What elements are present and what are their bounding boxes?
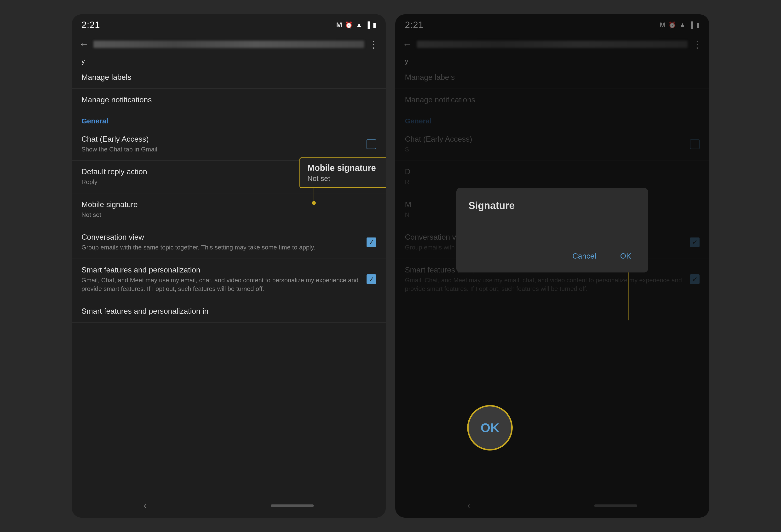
back-button-left[interactable]: ←: [79, 39, 89, 50]
cancel-button[interactable]: Cancel: [568, 249, 601, 263]
manage-notifications-item-left[interactable]: Manage notifications: [72, 89, 386, 111]
manage-notifications-title-left: Manage notifications: [81, 95, 376, 104]
page-subtitle-left: y: [72, 55, 386, 66]
callout-arrow-svg-left: [299, 188, 386, 207]
settings-list-left: Manage labels Manage notifications Gener…: [72, 66, 386, 494]
conversation-view-subtitle-left: Group emails with the same topic togethe…: [81, 243, 367, 252]
right-screen: 2:21 M ⏰ ▲ ▐ ▮ ← ⋮ y Manage labels: [395, 14, 709, 518]
left-screen: 2:21 M ⏰ ▲ ▐ ▮ ← ⋮ y Manage labels: [72, 14, 386, 518]
dialog-title: Signature: [468, 200, 636, 211]
screenshots-container: 2:21 M ⏰ ▲ ▐ ▮ ← ⋮ y Manage labels: [72, 14, 709, 518]
chat-early-access-left[interactable]: Chat (Early Access) Show the Chat tab in…: [72, 128, 386, 161]
gmail-icon-left: M: [336, 21, 342, 29]
mobile-signature-subtitle-left: Not set: [81, 210, 376, 219]
smart-features-title-left: Smart features and personalization: [81, 265, 367, 274]
callout-box-left: Mobile signature Not set: [299, 157, 386, 188]
smart-features-subtitle-left: Gmail, Chat, and Meet may use my email, …: [81, 276, 367, 293]
general-header-left: General: [72, 111, 386, 128]
conversation-view-text-left: Conversation view Group emails with the …: [81, 233, 367, 252]
manage-labels-item-left[interactable]: Manage labels: [72, 66, 386, 89]
ok-annotation-svg: [617, 273, 641, 349]
dialog-overlay-right: Signature Cancel OK OK: [395, 14, 709, 518]
svg-point-1: [312, 201, 316, 205]
smart-features-left[interactable]: Smart features and personalization Gmail…: [72, 259, 386, 300]
chat-early-access-subtitle-left: Show the Chat tab in Gmail: [81, 145, 367, 154]
chat-checkbox-left[interactable]: [367, 139, 376, 149]
more-menu-left[interactable]: ⋮: [369, 39, 378, 50]
callout-subtitle-left: Not set: [307, 174, 380, 182]
conversation-checkbox-left[interactable]: ✓: [367, 238, 376, 247]
manage-labels-text-left: Manage labels: [81, 73, 376, 82]
manage-notifications-text-left: Manage notifications: [81, 95, 376, 104]
smart-features-in-title-left: Smart features and personalization in: [81, 307, 376, 316]
wifi-icon-left: ▲: [356, 21, 363, 29]
alarm-icon-left: ⏰: [345, 21, 353, 29]
smart-features-in-text-left: Smart features and personalization in: [81, 307, 376, 316]
smart-features-text-left: Smart features and personalization Gmail…: [81, 265, 367, 293]
smart-features-in-left[interactable]: Smart features and personalization in: [72, 300, 386, 323]
dialog-buttons: Cancel OK: [468, 249, 636, 263]
signal-icon-left: ▐: [366, 21, 370, 29]
nav-bar-left: ← ⋮: [72, 34, 386, 55]
page-subtitle-text-left: y: [81, 57, 85, 65]
signature-input[interactable]: [468, 221, 636, 237]
chat-early-access-text-left: Chat (Early Access) Show the Chat tab in…: [81, 135, 367, 154]
status-bar-left: 2:21 M ⏰ ▲ ▐ ▮: [72, 14, 386, 34]
ok-circle-label: OK: [481, 420, 499, 435]
callout-wrapper-left: Mobile signature Not set: [299, 157, 386, 207]
status-icons-left: M ⏰ ▲ ▐ ▮: [336, 21, 376, 29]
conversation-view-left[interactable]: Conversation view Group emails with the …: [72, 226, 386, 258]
ok-button[interactable]: OK: [615, 249, 636, 263]
nav-back-left[interactable]: ‹: [144, 501, 147, 511]
ok-circle-annotation: OK: [467, 405, 513, 451]
mobile-signature-left[interactable]: Mobile signature Not set Mobile signatur…: [72, 193, 386, 226]
callout-title-left: Mobile signature: [307, 163, 380, 173]
chat-early-access-title-left: Chat (Early Access): [81, 135, 367, 144]
conversation-view-title-left: Conversation view: [81, 233, 367, 242]
nav-title-left: [93, 41, 364, 48]
signature-dialog: Signature Cancel OK: [456, 188, 648, 273]
checkmark-left: ✓: [369, 238, 374, 246]
status-time-left: 2:21: [81, 20, 100, 30]
checkmark2-left: ✓: [369, 275, 374, 283]
battery-icon-left: ▮: [373, 21, 376, 29]
manage-labels-title-left: Manage labels: [81, 73, 376, 82]
smart-features-checkbox-left[interactable]: ✓: [367, 274, 376, 284]
bottom-nav-left: ‹: [72, 494, 386, 518]
home-indicator-left: [271, 504, 314, 507]
